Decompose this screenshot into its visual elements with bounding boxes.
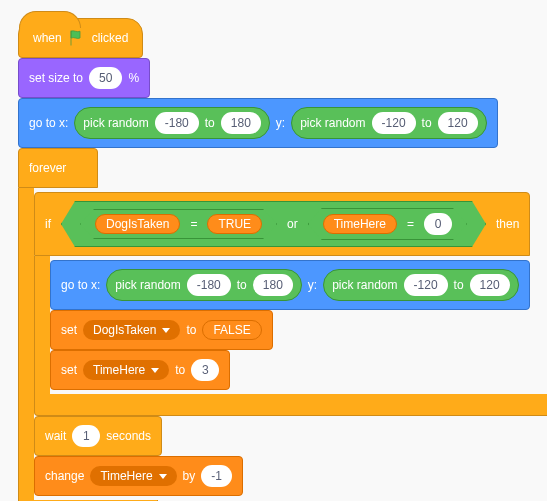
when-flag-clicked-hat[interactable]: when clicked xyxy=(18,18,143,58)
percent-label: % xyxy=(128,71,139,85)
chevron-down-icon xyxy=(151,368,159,373)
goto-xy-block-2[interactable]: go to x: pick random -180 to 180 y: pick… xyxy=(50,260,530,310)
var-dogistaken[interactable]: DogIsTaken xyxy=(95,214,180,234)
var-dropdown-dogistaken[interactable]: DogIsTaken xyxy=(83,320,180,340)
set-dogistaken-block[interactable]: set DogIsTaken to FALSE xyxy=(50,310,273,350)
pick-random-y[interactable]: pick random -120 to 120 xyxy=(291,107,486,139)
script-stack: when clicked set size to 50 % go to x: p… xyxy=(18,18,529,501)
change-val[interactable]: -1 xyxy=(201,465,232,487)
size-input[interactable]: 50 xyxy=(89,67,122,89)
y-max-input[interactable]: 120 xyxy=(438,112,478,134)
clicked-label: clicked xyxy=(92,31,129,45)
forever-label: forever xyxy=(29,161,66,175)
if-block[interactable]: if DogIsTaken = TRUE or TimeHere = xyxy=(34,192,547,416)
val-false[interactable]: FALSE xyxy=(202,320,261,340)
x-max-input[interactable]: 180 xyxy=(221,112,261,134)
pick-random-x2[interactable]: pick random -180 to 180 xyxy=(106,269,301,301)
goto-xy-block[interactable]: go to x: pick random -180 to 180 y: pick… xyxy=(18,98,498,148)
set-size-block[interactable]: set size to 50 % xyxy=(18,58,150,98)
eq-condition-b[interactable]: TimeHere = 0 xyxy=(308,208,467,240)
green-flag-icon xyxy=(68,29,86,47)
forever-block[interactable]: forever if DogIsTaken = TRUE xyxy=(18,148,547,501)
eq-condition-a[interactable]: DogIsTaken = TRUE xyxy=(80,209,277,239)
or-condition[interactable]: DogIsTaken = TRUE or TimeHere = 0 xyxy=(61,201,486,247)
var-dropdown-timehere[interactable]: TimeHere xyxy=(83,360,169,380)
pick-random-x[interactable]: pick random -180 to 180 xyxy=(74,107,269,139)
pick-random-y2[interactable]: pick random -120 to 120 xyxy=(323,269,518,301)
then-label: then xyxy=(496,217,519,231)
goto-y-label: y: xyxy=(276,116,285,130)
set-timehere-block[interactable]: set TimeHere to 3 xyxy=(50,350,230,390)
y-min-input[interactable]: -120 xyxy=(372,112,416,134)
var-dropdown-timehere-2[interactable]: TimeHere xyxy=(90,466,176,486)
if-arm xyxy=(34,256,50,394)
var-timehere[interactable]: TimeHere xyxy=(323,214,397,234)
if-label: if xyxy=(45,217,51,231)
val-zero[interactable]: 0 xyxy=(424,213,452,235)
wait-input[interactable]: 1 xyxy=(72,425,100,447)
set-size-label: set size to xyxy=(29,71,83,85)
x-min-input[interactable]: -180 xyxy=(155,112,199,134)
val-true[interactable]: TRUE xyxy=(207,214,262,234)
val-three[interactable]: 3 xyxy=(191,359,219,381)
goto-x-label: go to x: xyxy=(29,116,68,130)
wait-block[interactable]: wait 1 seconds xyxy=(34,416,162,456)
chevron-down-icon xyxy=(159,474,167,479)
or-label: or xyxy=(287,217,298,231)
when-label: when xyxy=(33,31,62,45)
if-bottom xyxy=(34,394,547,416)
forever-arm xyxy=(18,188,34,500)
chevron-down-icon xyxy=(162,328,170,333)
change-timehere-block[interactable]: change TimeHere by -1 xyxy=(34,456,243,496)
